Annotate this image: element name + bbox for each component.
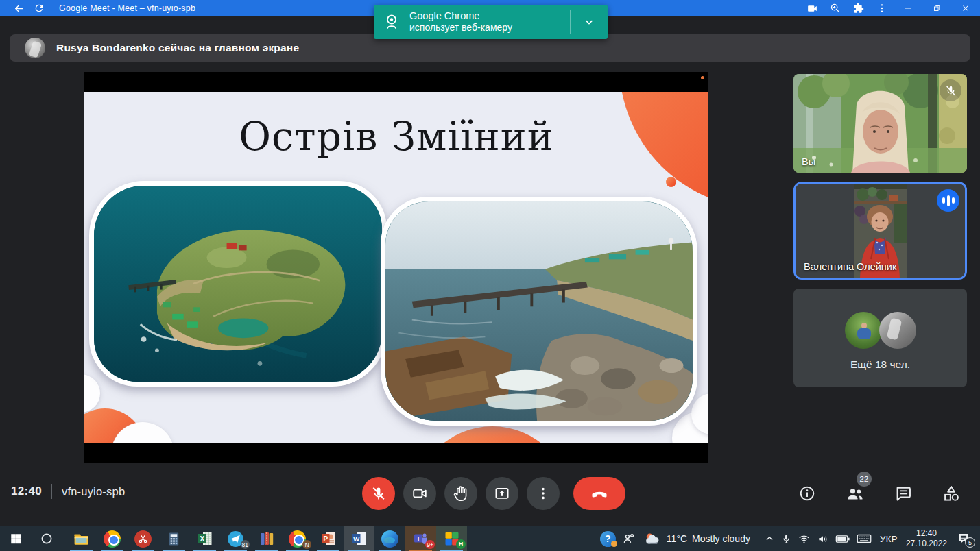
edge-icon — [381, 530, 398, 548]
webcam-notification[interactable]: Google Chrome использует веб-камеру — [374, 5, 608, 39]
mic-toggle-button[interactable] — [362, 477, 395, 510]
zoom-icon[interactable] — [824, 0, 847, 16]
presenter-banner-text: Rusya Bondarenko сейчас на главном экран… — [56, 42, 299, 54]
volume-tray-icon[interactable] — [817, 533, 829, 545]
raise-hand-button[interactable] — [444, 477, 477, 510]
language-indicator[interactable]: УКР — [880, 534, 898, 544]
taskbar-teams[interactable]: T 9+ — [405, 526, 436, 551]
present-screen-button[interactable] — [486, 477, 518, 510]
cortana-icon — [40, 532, 53, 546]
chat-icon — [894, 485, 912, 502]
calculator-icon — [166, 531, 182, 547]
svg-text:W: W — [353, 535, 359, 543]
tile-more-participants[interactable]: Ещё 18 чел. — [793, 289, 967, 387]
minimize-button[interactable] — [894, 0, 922, 16]
tile-active-speaker[interactable]: Валентина Олейник — [793, 182, 967, 280]
start-button[interactable] — [0, 526, 31, 551]
slide-photo-island-aerial — [89, 181, 387, 387]
chat-button[interactable] — [889, 480, 917, 507]
restore-button[interactable] — [922, 0, 951, 16]
taskbar-apps: X 81 N — [0, 526, 467, 551]
svg-text:T: T — [416, 535, 420, 542]
word-icon: W — [351, 530, 368, 547]
action-center-button[interactable]: 5 — [957, 532, 970, 545]
slide-title: Острів Зміїний — [84, 114, 708, 159]
slide-orange-dot — [666, 177, 676, 187]
taskbar-telegram[interactable]: 81 — [220, 526, 251, 551]
file-explorer-icon — [73, 530, 90, 548]
participant-name-label: Вы — [802, 156, 815, 167]
system-tray: ? 11°C Mostly cloudy — [594, 526, 980, 551]
notification-expand-button[interactable] — [571, 5, 608, 39]
call-controls — [362, 477, 625, 510]
mic-off-icon — [370, 485, 387, 502]
clock-time: 12:40 — [906, 528, 947, 539]
taskbar-clock[interactable]: 12:40 27.10.2022 — [906, 528, 947, 549]
chrome-icon — [104, 530, 121, 548]
telegram-badge: 81 — [241, 540, 250, 549]
windows-taskbar: X 81 N — [0, 526, 980, 551]
taskbar-meet[interactable]: H — [436, 526, 467, 551]
participant-avatar — [879, 312, 916, 349]
taskbar-word[interactable]: W — [344, 526, 374, 551]
hidden-icons-chevron[interactable] — [764, 533, 775, 544]
meet-account-badge: H — [456, 539, 466, 549]
weather-temp: 11°C — [667, 533, 687, 544]
people-tray-icon[interactable] — [622, 532, 636, 546]
chrome-profile-badge: N — [302, 540, 311, 549]
taskbar-powerpoint[interactable]: P — [313, 526, 344, 551]
taskbar-weather[interactable]: 11°C Mostly cloudy — [644, 531, 750, 546]
scissors-icon — [134, 530, 152, 548]
notification-app-name: Google Chrome — [409, 10, 570, 22]
taskbar-calculator[interactable] — [158, 526, 189, 551]
meeting-info: 12:40 vfn-uyio-spb — [11, 484, 125, 499]
back-icon[interactable] — [8, 0, 29, 16]
activities-button[interactable] — [937, 480, 965, 507]
refresh-icon[interactable] — [29, 0, 49, 16]
wifi-tray-icon[interactable] — [798, 533, 811, 545]
camera-in-use-icon[interactable] — [800, 0, 824, 16]
taskbar-file-explorer[interactable] — [66, 526, 97, 551]
meeting-clock: 12:40 — [11, 485, 42, 498]
windows-logo-icon — [10, 532, 22, 545]
mic-tray-icon[interactable] — [781, 533, 791, 545]
cortana-button[interactable] — [31, 526, 62, 551]
screen: Google Meet - Meet – vfn-uyio-spb — [0, 0, 980, 551]
show-participants-button[interactable]: 22 — [841, 480, 869, 507]
svg-text:P: P — [323, 535, 328, 543]
presentation-slide: Острів Зміїний — [84, 92, 708, 443]
slide-photo-coast-pier — [381, 197, 697, 426]
taskbar-chrome-profile[interactable]: N — [282, 526, 313, 551]
extensions-icon[interactable] — [847, 0, 870, 16]
window-title: Google Meet - Meet – vfn-uyio-spb — [59, 3, 195, 13]
overflow-avatars — [845, 312, 916, 349]
meeting-panels: 22 — [793, 480, 965, 507]
camera-toggle-button[interactable] — [403, 477, 436, 510]
shared-screen-stage: Острів Зміїний — [84, 72, 708, 463]
weather-cloud-icon — [644, 531, 662, 546]
leave-call-button[interactable] — [573, 477, 625, 510]
more-options-button[interactable] — [527, 477, 560, 510]
browser-menu-icon[interactable] — [870, 0, 894, 16]
call-end-icon — [590, 484, 609, 503]
action-center-badge: 5 — [965, 537, 975, 548]
help-tray-icon[interactable]: ? — [600, 531, 616, 547]
tile-self-video[interactable]: Вы — [793, 74, 967, 173]
svg-text:X: X — [200, 535, 204, 543]
meeting-details-button[interactable] — [793, 480, 821, 507]
people-icon — [846, 484, 865, 503]
slide-orange-circle-bottomcenter — [414, 426, 571, 443]
taskbar-winrar[interactable] — [251, 526, 282, 551]
taskbar-chrome[interactable] — [97, 526, 128, 551]
taskbar-edge[interactable] — [374, 526, 405, 551]
taskbar-snipping-tool[interactable] — [128, 526, 158, 551]
recording-dot — [701, 76, 704, 79]
meeting-code: vfn-uyio-spb — [62, 485, 125, 498]
touch-keyboard-tray-icon[interactable] — [857, 533, 872, 544]
battery-tray-icon[interactable] — [835, 534, 850, 544]
raise-hand-icon — [452, 485, 470, 502]
close-button[interactable] — [951, 0, 980, 16]
weather-condition: Mostly cloudy — [692, 533, 750, 544]
taskbar-excel[interactable]: X — [189, 526, 220, 551]
activities-icon — [942, 484, 961, 503]
